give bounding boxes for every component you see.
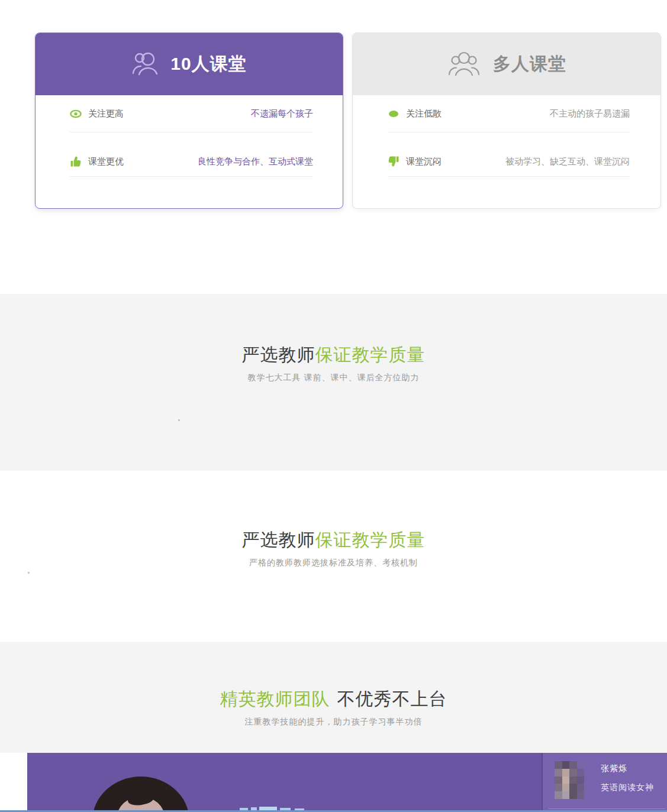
page: 10人课堂 关注更高 不遗漏每个孩子 [0, 0, 667, 812]
feature-row: 关注更高 不遗漏每个孩子 [70, 95, 313, 132]
thumb-down-icon [388, 156, 399, 167]
teacher-list-item[interactable]: 张紫烁 英语阅读女神 [542, 753, 667, 812]
small-class-card-header: 10人课堂 [36, 33, 343, 95]
section-elite-team: 精英教师团队不优秀不上台 注重教学技能的提升，助力孩子学习事半功倍 [0, 642, 667, 753]
feature-row: 课堂沉闷 被动学习、缺乏互动、课堂沉闷 [388, 132, 630, 177]
feature-value: 良性竞争与合作、互动式课堂 [198, 156, 313, 167]
section-title-dark: 不优秀不上台 [337, 689, 447, 709]
two-people-icon [131, 51, 159, 78]
section-title-dark: 严选教师 [242, 530, 315, 549]
feature-label: 关注更高 [88, 108, 124, 119]
large-class-card: 多人课堂 关注低散 不主动的孩子易遗漏 [352, 33, 661, 209]
teacher-thumbnail [555, 761, 584, 799]
large-class-title: 多人课堂 [493, 52, 566, 76]
section-title-dark: 严选教师 [242, 345, 315, 364]
feature-label: 课堂沉闷 [406, 156, 442, 167]
small-class-title: 10人课堂 [170, 52, 246, 76]
feature-label: 关注低散 [406, 108, 442, 119]
item-divider [549, 808, 665, 809]
teacher-name: 张紫烁 [601, 764, 627, 774]
section-subtitle: 注重教学技能的提升，助力孩子学习事半功倍 [0, 717, 667, 727]
section-title: 严选教师保证教学质量 [0, 344, 667, 366]
feature-row: 课堂更优 良性竞争与合作、互动式课堂 [70, 132, 313, 177]
section-title-green: 精英教师团队 [220, 689, 330, 709]
section-title-green: 保证教学质量 [315, 530, 426, 549]
feature-value: 不遗漏每个孩子 [251, 108, 313, 119]
large-class-rows: 关注低散 不主动的孩子易遗漏 课堂沉闷 被 [353, 95, 660, 177]
eye-icon [70, 109, 82, 118]
teacher-photo [92, 777, 189, 812]
thumb-up-icon [70, 156, 82, 167]
section-subtitle: 严格的教师教师选拔标准及培养、考核机制 [0, 558, 667, 568]
section-title: 精英教师团队不优秀不上台 [0, 688, 667, 710]
feature-value: 被动学习、缺乏互动、课堂沉闷 [505, 156, 630, 167]
large-class-card-header: 多人课堂 [353, 33, 660, 95]
feature-row: 关注低散 不主动的孩子易遗漏 [388, 95, 630, 132]
broken-image-artifact [28, 572, 30, 574]
broken-image-artifact [178, 419, 180, 421]
section-teacher-selection: 严选教师保证教学质量 严格的教师教师选拔标准及培养、考核机制 [0, 471, 667, 642]
section-title-green: 保证教学质量 [315, 345, 426, 364]
teacher-role: 英语阅读女神 [601, 782, 654, 793]
section-title: 严选教师保证教学质量 [0, 529, 667, 551]
section-subtitle: 教学七大工具 课前、课中、课后全方位助力 [0, 373, 667, 383]
small-class-rows: 关注更高 不遗漏每个孩子 课堂更优 良性竞争与合作、互动式课堂 [36, 95, 343, 177]
section-teaching-tools: 严选教师保证教学质量 教学七大工具 课前、课中、课后全方位助力 [0, 294, 667, 471]
teacher-showcase-panel: 张紫烁 英语阅读女神 [27, 753, 667, 812]
three-people-icon [447, 51, 481, 78]
feature-label: 课堂更优 [88, 156, 124, 167]
oval-eye-icon [388, 110, 399, 118]
feature-value: 不主动的孩子易遗漏 [550, 108, 630, 119]
small-class-card: 10人课堂 关注更高 不遗漏每个孩子 [35, 33, 343, 209]
